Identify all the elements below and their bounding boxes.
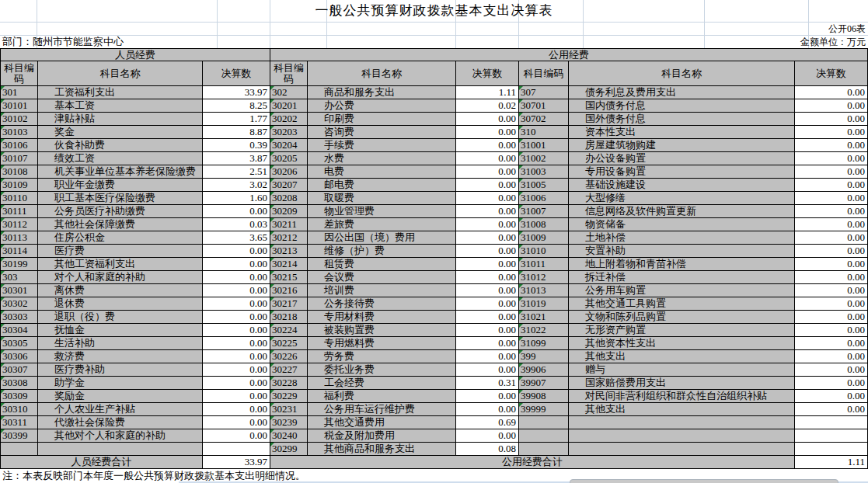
cell-name[interactable]: 租赁费 xyxy=(308,258,456,271)
cell-code[interactable]: 30311 xyxy=(1,416,38,429)
cell-name[interactable]: 救济费 xyxy=(38,350,203,363)
cell-code[interactable]: 31009 xyxy=(519,231,569,245)
cell-code[interactable]: 30205 xyxy=(270,152,308,165)
personnel-total-value[interactable]: 33.97 xyxy=(203,456,270,469)
cell-name[interactable] xyxy=(569,416,795,429)
cell-value[interactable]: 0.00 xyxy=(795,390,868,403)
cell-value[interactable]: 0.00 xyxy=(456,218,519,231)
cell-value[interactable]: 0.00 xyxy=(795,205,868,218)
cell-code[interactable]: 30217 xyxy=(270,297,308,311)
cell-code[interactable]: 30225 xyxy=(270,337,308,350)
cell-code[interactable]: 30201 xyxy=(270,99,308,113)
cell-value[interactable]: 0.00 xyxy=(203,377,270,390)
cell-value[interactable]: 3.87 xyxy=(203,152,270,165)
cell-name[interactable]: 助学金 xyxy=(38,377,203,390)
cell-code[interactable]: 30702 xyxy=(519,113,569,126)
cell-value[interactable]: 0.00 xyxy=(203,337,270,350)
cell-name[interactable]: 职工基本医疗保险缴费 xyxy=(38,192,203,205)
cell-name[interactable]: 手续费 xyxy=(308,139,456,152)
cell-value[interactable]: 0.00 xyxy=(795,271,868,284)
cell-code[interactable]: 31002 xyxy=(519,152,569,165)
public-total-label[interactable]: 公用经费合计 xyxy=(270,456,795,469)
cell-name[interactable]: 奖金 xyxy=(38,126,203,139)
cell-code[interactable]: 30109 xyxy=(1,179,38,192)
cell-name[interactable]: 大型修缮 xyxy=(569,192,795,205)
group-header-public[interactable]: 公用经费 xyxy=(270,49,868,61)
cell-name[interactable]: 水费 xyxy=(308,152,456,165)
cell-code[interactable]: 39906 xyxy=(519,363,569,377)
cell-name[interactable]: 商品和服务支出 xyxy=(308,86,456,99)
cell-code[interactable]: 30240 xyxy=(270,429,308,443)
cell-code[interactable] xyxy=(519,416,569,429)
column-header-value[interactable]: 决算数 xyxy=(456,61,519,86)
cell-value[interactable]: 0.00 xyxy=(456,350,519,363)
cell-name[interactable]: 邮电费 xyxy=(308,179,456,192)
cell-value[interactable]: 0.00 xyxy=(203,350,270,363)
cell-code[interactable]: 30111 xyxy=(1,205,38,218)
cell-code[interactable]: 30308 xyxy=(1,377,38,390)
cell-name[interactable]: 信息网络及软件购置更新 xyxy=(569,205,795,218)
cell-code[interactable]: 30239 xyxy=(270,416,308,429)
cell-name[interactable]: 物业管理费 xyxy=(308,205,456,218)
horizontal-scrollbar-thumb[interactable] xyxy=(570,479,838,483)
cell-name[interactable]: 基础设施建设 xyxy=(569,179,795,192)
cell-code[interactable]: 30228 xyxy=(270,377,308,390)
cell-value[interactable]: 0.00 xyxy=(203,258,270,271)
cell-name[interactable]: 专用设备购置 xyxy=(569,165,795,179)
cell-code[interactable]: 30199 xyxy=(1,258,38,271)
cell-code[interactable]: 30207 xyxy=(270,179,308,192)
cell-name[interactable]: 维修（护）费 xyxy=(308,245,456,258)
cell-value[interactable]: 0.00 xyxy=(795,139,868,152)
cell-code[interactable]: 30310 xyxy=(1,403,38,416)
cell-code[interactable]: 30302 xyxy=(1,297,38,311)
cell-name[interactable]: 咨询费 xyxy=(308,126,456,139)
cell-name[interactable]: 无形资产购置 xyxy=(569,324,795,337)
cell-name[interactable]: 医疗费 xyxy=(38,245,203,258)
cell-value[interactable]: 0.00 xyxy=(795,218,868,231)
cell-name[interactable]: 因公出国（境）费用 xyxy=(308,231,456,245)
cell-code[interactable]: 30229 xyxy=(270,390,308,403)
cell-name[interactable]: 福利费 xyxy=(308,390,456,403)
cell-code[interactable]: 30208 xyxy=(270,192,308,205)
cell-value[interactable]: 0.00 xyxy=(795,192,868,205)
column-header-code[interactable]: 科目编码 xyxy=(519,61,569,86)
cell-code[interactable]: 31019 xyxy=(519,297,569,311)
cell-value[interactable]: 0.00 xyxy=(456,390,519,403)
cell-code[interactable]: 30211 xyxy=(270,218,308,231)
personnel-total-label[interactable]: 人员经费合计 xyxy=(1,456,203,469)
cell-code[interactable]: 31011 xyxy=(519,258,569,271)
cell-value[interactable]: 0.00 xyxy=(795,324,868,337)
cell-name[interactable]: 劳务费 xyxy=(308,350,456,363)
cell-code[interactable]: 30213 xyxy=(270,245,308,258)
cell-code[interactable]: 30202 xyxy=(270,113,308,126)
cell-value[interactable]: 1.77 xyxy=(203,113,270,126)
cell-code[interactable]: 39908 xyxy=(519,390,569,403)
cell-name[interactable]: 税金及附加费用 xyxy=(308,429,456,443)
cell-code[interactable]: 30204 xyxy=(270,139,308,152)
cell-code[interactable]: 30215 xyxy=(270,271,308,284)
cell-code[interactable]: 30209 xyxy=(270,205,308,218)
public-total-value[interactable]: 1.11 xyxy=(795,456,868,469)
cell-name[interactable]: 其他支出 xyxy=(569,403,795,416)
cell-value[interactable]: 0.00 xyxy=(795,99,868,113)
cell-value[interactable]: 0.00 xyxy=(203,297,270,311)
cell-value[interactable]: 3.02 xyxy=(203,179,270,192)
cell-value[interactable]: 0.00 xyxy=(456,126,519,139)
cell-code[interactable]: 30203 xyxy=(270,126,308,139)
cell-value[interactable]: 0.00 xyxy=(795,126,868,139)
cell-name[interactable]: 拆迁补偿 xyxy=(569,271,795,284)
cell-name[interactable]: 安置补助 xyxy=(569,245,795,258)
cell-code[interactable]: 30110 xyxy=(1,192,38,205)
cell-name[interactable]: 生活补助 xyxy=(38,337,203,350)
cell-code[interactable]: 31001 xyxy=(519,139,569,152)
cell-code[interactable]: 30102 xyxy=(1,113,38,126)
cell-name[interactable]: 其他交通费用 xyxy=(308,416,456,429)
cell-name[interactable]: 专用材料费 xyxy=(308,311,456,324)
cell-value[interactable]: 0.00 xyxy=(456,297,519,311)
cell-value[interactable]: 0.00 xyxy=(203,271,270,284)
cell-value[interactable]: 0.00 xyxy=(203,284,270,297)
cell-value[interactable]: 0.00 xyxy=(456,337,519,350)
cell-code[interactable]: 30216 xyxy=(270,284,308,297)
cell-name[interactable]: 会议费 xyxy=(308,271,456,284)
cell-code[interactable]: 30303 xyxy=(1,311,38,324)
